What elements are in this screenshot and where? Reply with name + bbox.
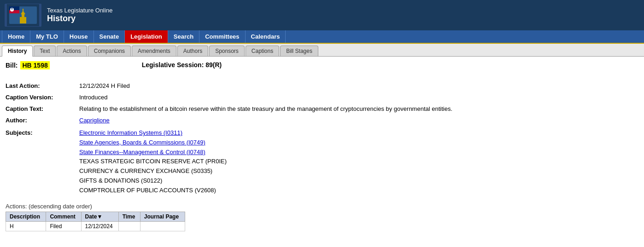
svg-rect-5 bbox=[23, 9, 23, 11]
tab-captions[interactable]: Captions bbox=[246, 46, 279, 56]
bill-top-row: Bill: HB 1598 Legislative Session: 89(R) bbox=[6, 61, 638, 76]
action-date: 12/12/2024 bbox=[81, 221, 118, 231]
caption-version-row: Caption Version: Introduced bbox=[6, 94, 638, 101]
bill-header: Bill: HB 1598 bbox=[6, 61, 50, 69]
actions-section: Actions: (descending date order) Descrip… bbox=[6, 203, 638, 231]
subject-text-6: COMPTROLLER OF PUBLIC ACCOUNTS (V2608) bbox=[79, 187, 216, 194]
actions-label: Actions: (descending date order) bbox=[6, 203, 638, 210]
nav-calendars[interactable]: Calendars bbox=[246, 30, 286, 43]
tab-authors[interactable]: Authors bbox=[177, 46, 208, 56]
subject-text-5: GIFTS & DONATIONS (S0122) bbox=[79, 177, 162, 184]
subject-link-2[interactable]: State Finances--Management & Control (I0… bbox=[79, 149, 205, 155]
caption-text-row: Caption Text: Relating to the establishm… bbox=[6, 105, 638, 112]
caption-version-label: Caption Version: bbox=[6, 94, 79, 101]
caption-text-label: Caption Text: bbox=[6, 105, 79, 112]
main-navbar: Home My TLO House Senate Legislation Sea… bbox=[0, 30, 644, 44]
svg-rect-2 bbox=[20, 17, 26, 23]
tab-amendments[interactable]: Amendments bbox=[132, 46, 176, 56]
subjects-list: Electronic Information Systems (I0311) S… bbox=[79, 128, 227, 195]
last-action-row: Last Action: 12/12/2024 H Filed bbox=[6, 82, 638, 89]
nav-senate[interactable]: Senate bbox=[94, 30, 125, 43]
author-value: Capriglione bbox=[79, 117, 110, 124]
action-description: H bbox=[6, 221, 46, 231]
legislative-session: Legislative Session: 89(R) bbox=[142, 61, 222, 76]
bill-number: HB 1598 bbox=[20, 61, 49, 69]
tab-actions[interactable]: Actions bbox=[57, 46, 87, 56]
tab-text[interactable]: Text bbox=[34, 46, 56, 56]
tab-bar: History Text Actions Companions Amendmen… bbox=[0, 44, 644, 57]
subject-text-4: CURRENCY & CURRENCY EXCHANGE (S0335) bbox=[79, 167, 212, 174]
actions-title: Actions: bbox=[6, 203, 27, 210]
last-action-label: Last Action: bbox=[6, 82, 79, 89]
col-date[interactable]: Date▼ bbox=[81, 212, 118, 221]
tab-history[interactable]: History bbox=[2, 46, 33, 57]
author-row: Author: Capriglione bbox=[6, 117, 638, 124]
col-time[interactable]: Time bbox=[118, 212, 140, 221]
table-row: H Filed 12/12/2024 bbox=[6, 221, 185, 231]
site-name: Texas Legislature Online bbox=[47, 7, 112, 14]
nav-committees[interactable]: Committees bbox=[199, 30, 245, 43]
nav-house[interactable]: House bbox=[64, 30, 94, 43]
subject-link-1[interactable]: State Agencies, Boards & Commissions (I0… bbox=[79, 139, 205, 146]
nav-search[interactable]: Search bbox=[168, 30, 199, 43]
subject-link-0[interactable]: Electronic Information Systems (I0311) bbox=[79, 129, 182, 136]
action-comment: Filed bbox=[46, 221, 81, 231]
last-action-value: 12/12/2024 H Filed bbox=[79, 82, 130, 89]
subjects-label: Subjects: bbox=[6, 129, 79, 136]
nav-mytlo[interactable]: My TLO bbox=[30, 30, 64, 43]
page-header: Texas Legislature Online History bbox=[0, 0, 644, 30]
site-logo bbox=[5, 4, 41, 27]
actions-note: (descending date order) bbox=[29, 203, 92, 210]
author-link[interactable]: Capriglione bbox=[79, 117, 110, 124]
tab-companions[interactable]: Companions bbox=[88, 46, 131, 56]
legislative-session-label: Legislative Session: bbox=[142, 61, 204, 69]
col-journal-page[interactable]: Journal Page bbox=[140, 212, 185, 221]
col-description[interactable]: Description bbox=[6, 212, 46, 221]
actions-table: Description Comment Date▼ Time Journal P… bbox=[6, 212, 185, 231]
author-label: Author: bbox=[6, 117, 79, 124]
caption-version-value: Introduced bbox=[79, 94, 107, 101]
bill-label: Bill: bbox=[6, 62, 18, 69]
page-title: History bbox=[47, 14, 112, 23]
svg-rect-3 bbox=[22, 14, 24, 18]
nav-legislation[interactable]: Legislation bbox=[125, 30, 168, 43]
nav-home[interactable]: Home bbox=[2, 30, 30, 43]
tab-sponsors[interactable]: Sponsors bbox=[209, 46, 245, 56]
site-title-block: Texas Legislature Online History bbox=[47, 7, 112, 23]
actions-table-header-row: Description Comment Date▼ Time Journal P… bbox=[6, 212, 185, 221]
col-comment[interactable]: Comment bbox=[46, 212, 81, 221]
action-journal-page bbox=[140, 221, 185, 231]
subjects-row: Subjects: Electronic Information Systems… bbox=[6, 128, 638, 195]
caption-text-value: Relating to the establishment of a bitco… bbox=[79, 105, 452, 112]
legislative-session-value: 89(R) bbox=[205, 61, 222, 69]
subject-text-3: TEXAS STRATEGIC BITCOIN RESERVE ACT (PR0… bbox=[79, 158, 227, 165]
action-time bbox=[118, 221, 140, 231]
main-content: Bill: HB 1598 Legislative Session: 89(R)… bbox=[0, 57, 644, 236]
tab-bill-stages[interactable]: Bill Stages bbox=[280, 46, 318, 56]
